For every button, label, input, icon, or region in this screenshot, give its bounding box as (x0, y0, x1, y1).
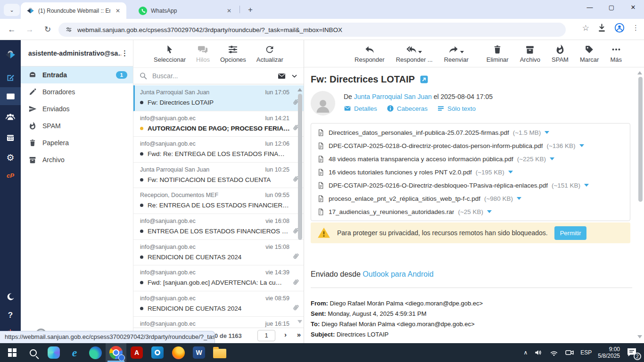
attachment-name[interactable]: DPE-CGTAIP-2025-0216-O-Directriz-desbloq… (329, 182, 548, 189)
message-row[interactable]: info@sanjuan.gob.ecjue 16:15 (133, 317, 304, 328)
downloads-icon[interactable] (597, 23, 607, 33)
mail-nav-button[interactable] (0, 87, 21, 105)
more-button[interactable]: Más (610, 44, 622, 63)
headers-link[interactable]: Cabeceras (387, 105, 428, 112)
account-menu-icon[interactable]: ⋮ (121, 49, 128, 58)
folder-drafts[interactable]: Borradores (21, 83, 133, 100)
delete-button[interactable]: Eliminar (487, 44, 509, 63)
compose-button[interactable] (0, 68, 21, 86)
archive-button[interactable]: Archivo (520, 44, 540, 63)
spam-button[interactable]: SPAM (552, 44, 569, 63)
forward-button[interactable]: Reenviar (444, 44, 469, 63)
url-text[interactable]: webmail.sanjuan.gob.ec/cpsess3700297042/… (77, 26, 342, 33)
taskbar-word-button[interactable]: W (189, 343, 209, 362)
list-scrollbar[interactable] (298, 94, 302, 240)
reply-button[interactable]: Responder (355, 44, 385, 63)
taskbar-clock[interactable]: 9:00 5/8/2025 (598, 346, 620, 359)
taskbar-firefox-button[interactable] (168, 343, 189, 362)
notification-center-button[interactable]: 2 (626, 346, 638, 359)
attachment-name[interactable]: proceso_enlace_pnt_v2_réplica_sitios_web… (329, 195, 480, 202)
message-row[interactable]: Recepcion, Documentos MEFlun 09:55 Re: E… (133, 188, 304, 214)
taskbar-explorer-button[interactable] (209, 343, 230, 362)
attachment-name[interactable]: Directrices_datos_personales_inf-publica… (329, 129, 509, 136)
maximize-button[interactable]: ▢ (601, 0, 622, 16)
folder-archive[interactable]: Archivo (21, 151, 133, 168)
attachment-row[interactable]: 17_audiencias_y_reuniones_autoridades.ra… (311, 205, 630, 218)
select-button[interactable]: Seleccionar (154, 44, 186, 63)
options-button[interactable]: Opciones (220, 44, 246, 63)
folder-spam[interactable]: SPAM (21, 117, 133, 134)
attachment-row[interactable]: 48 videos materia transparencia y acceso… (311, 152, 630, 165)
tab-search-button[interactable]: ⌄ (4, 4, 20, 16)
attachment-name[interactable]: 17_audiencias_y_reuniones_autoridades.ra… (329, 208, 454, 215)
allow-remote-button[interactable]: Permitir (554, 226, 587, 240)
contacts-nav-button[interactable] (0, 108, 21, 126)
attachment-menu-caret-icon[interactable] (579, 144, 584, 147)
message-row[interactable]: Junta Parroquial San Juanlun 10:25 Fw: N… (133, 163, 304, 189)
tab-whatsapp[interactable]: WhatsApp ✕ (133, 2, 238, 19)
open-in-new-window-icon[interactable] (420, 75, 429, 84)
taskbar-ie-button[interactable]: e (64, 343, 85, 362)
new-tab-button[interactable]: + (244, 4, 256, 16)
back-button[interactable]: ← (6, 24, 18, 36)
threads-button[interactable]: Hilos (196, 44, 210, 63)
attachment-menu-caret-icon[interactable] (545, 131, 549, 134)
meet-now-icon[interactable] (565, 348, 574, 357)
taskbar-edge-button[interactable] (85, 343, 106, 362)
attachment-row[interactable]: 16 videos tutoriales funciones y roles P… (311, 165, 630, 179)
tab-close-icon[interactable]: ✕ (225, 7, 233, 15)
folder-inbox[interactable]: Entrada 1 (21, 66, 133, 83)
address-bar[interactable]: webmail.sanjuan.gob.ec/cpsess3700297042/… (58, 23, 566, 37)
search-scope-envelope-icon[interactable] (277, 72, 286, 81)
wifi-icon[interactable] (549, 348, 559, 357)
refresh-button[interactable]: Actualizar (256, 44, 283, 63)
plaintext-link[interactable]: Sólo texto (437, 105, 476, 112)
attachment-row[interactable]: DPE-CGTAIP-2025-0218-O-directriz-protec-… (311, 139, 630, 152)
calendar-nav-button[interactable] (0, 129, 21, 147)
attachment-name[interactable]: 48 videos materia transparencia y acceso… (329, 156, 513, 163)
reader-scrollbar[interactable] (638, 77, 643, 202)
attachment-menu-caret-icon[interactable] (508, 171, 513, 173)
taskbar-search-button[interactable] (23, 343, 43, 362)
attachment-menu-caret-icon[interactable] (584, 184, 589, 187)
page-number-box[interactable]: 1 (257, 330, 275, 341)
tab-close-icon[interactable]: ✕ (114, 7, 122, 15)
message-row[interactable]: info@sanjuan.gob.ecvie 08:59 RENDICION D… (133, 291, 304, 317)
attachment-row[interactable]: DPE-CGTAIP-2025-0216-O-Directriz-desbloq… (311, 179, 630, 192)
cpanel-button[interactable]: cP (0, 166, 21, 184)
message-row[interactable]: info@sanjuan.gob.eclun 14:21 AUTORIZACIO… (133, 111, 304, 137)
list-scroll-down-arrow[interactable] (297, 320, 302, 323)
help-button[interactable]: ? (0, 306, 21, 324)
folder-trash[interactable]: Papelera (21, 134, 133, 151)
attachment-name[interactable]: 16 videos tutoriales funciones y roles P… (329, 169, 472, 176)
tab-roundcube[interactable]: (1) Roundcube Webmail :: Entra ✕ (21, 2, 126, 19)
message-row[interactable]: info@sanjuan.gob.ecvie 16:08 ENTREGA DE … (133, 214, 304, 240)
message-row[interactable]: Junta Parroquial San Juanlun 17:05 Fw: D… (133, 85, 304, 111)
folder-sent[interactable]: Enviados (21, 100, 133, 117)
site-settings-icon[interactable] (65, 26, 73, 33)
bookmark-star-icon[interactable]: ☆ (582, 23, 589, 33)
taskbar-copilot-button[interactable] (43, 343, 64, 362)
reader-scroll-down-arrow[interactable] (637, 335, 642, 338)
message-row[interactable]: info@sanjuan.gob.eclun 12:06 Fwd: Re: EN… (133, 137, 304, 163)
tray-expand-icon[interactable]: ∧ (523, 349, 528, 356)
profile-icon[interactable] (614, 23, 625, 33)
outlook-link[interactable]: Outlook para Android (363, 270, 433, 278)
keyboard-language[interactable]: ESP (580, 349, 592, 356)
attachment-row[interactable]: Directrices_datos_personales_inf-publica… (311, 126, 630, 139)
dark-mode-button[interactable] (0, 288, 21, 305)
taskbar-chrome-button[interactable] (106, 343, 126, 362)
attachment-menu-caret-icon[interactable] (517, 197, 521, 200)
dropdown-caret-icon[interactable] (460, 51, 464, 53)
dropdown-caret-icon[interactable] (418, 51, 422, 53)
attachment-menu-caret-icon[interactable] (550, 157, 554, 160)
minimize-button[interactable]: — (579, 0, 601, 16)
reload-button[interactable]: ↻ (41, 24, 54, 36)
attachment-name[interactable]: DPE-CGTAIP-2025-0218-O-directriz-protec-… (329, 142, 543, 149)
taskbar-outlook-button[interactable] (147, 343, 168, 362)
attachment-menu-caret-icon[interactable] (487, 210, 492, 213)
sender-link[interactable]: Junta Parroquial San Juan (354, 93, 432, 100)
reply-all-button[interactable]: Responder ... (396, 44, 433, 63)
search-input[interactable] (152, 72, 272, 80)
volume-icon[interactable] (534, 348, 543, 357)
